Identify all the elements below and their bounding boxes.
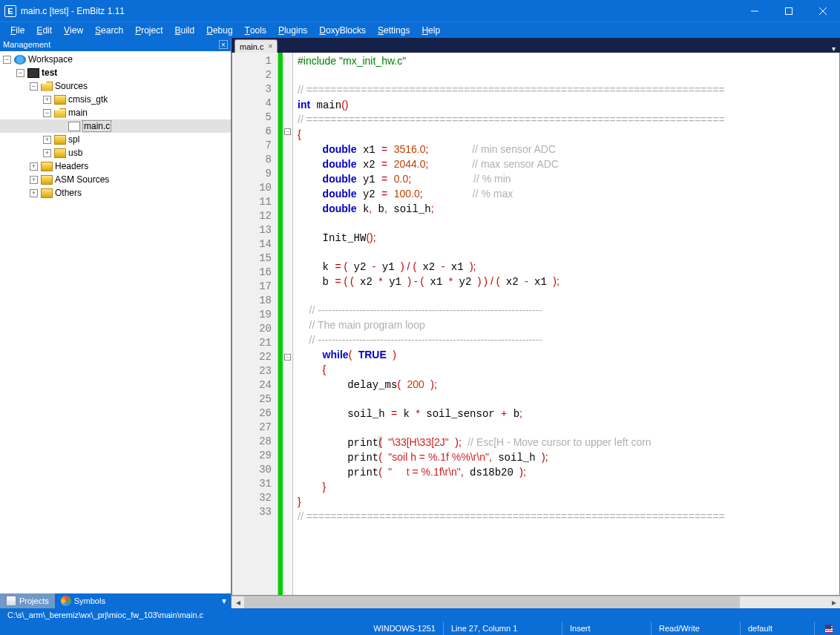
scroll-thumb[interactable] xyxy=(244,596,740,608)
status-filepath: C:\s\_arm\_beremiz\wx\_prj\mioc_fw_103\m… xyxy=(0,608,211,622)
menu-build[interactable]: Build xyxy=(169,22,201,38)
scroll-left-arrow-icon[interactable]: ◂ xyxy=(232,596,244,609)
sidebar-tab-projects[interactable]: Projects xyxy=(0,593,55,608)
tree-cmsis[interactable]: +cmsis_gtk xyxy=(0,93,231,106)
window-titlebar: E main.c [test] - EmBitz 1.11 xyxy=(0,0,840,22)
scroll-right-arrow-icon[interactable]: ▸ xyxy=(827,596,840,609)
management-pane: Management × −Workspace −test −Sources +… xyxy=(0,38,232,608)
fold-gutter[interactable]: −− xyxy=(283,53,293,595)
editor-tab-main-c[interactable]: main.c × xyxy=(234,39,278,53)
menu-plugins[interactable]: Plugins xyxy=(272,22,313,38)
scroll-track[interactable] xyxy=(244,596,827,608)
management-pane-title: Management × xyxy=(0,38,231,51)
editor-area: main.c × ▾ 1 2 3 4 5 6 7 8 9 10 11 12 13… xyxy=(232,38,840,608)
tree-asm[interactable]: +ASM Sources xyxy=(0,173,231,186)
menu-settings[interactable]: Settings xyxy=(372,22,416,38)
tree-spl[interactable]: +spl xyxy=(0,133,231,146)
management-close-icon[interactable]: × xyxy=(219,40,228,49)
flag-icon xyxy=(825,625,833,633)
status-position: Line 27, Column 1 xyxy=(444,622,562,635)
svg-rect-1 xyxy=(786,7,793,14)
menu-doxyblocks[interactable]: DoxyBlocks xyxy=(313,22,372,38)
menu-view[interactable]: View xyxy=(58,22,89,38)
management-title-label: Management xyxy=(3,40,50,49)
status-readwrite: Read/Write xyxy=(652,622,741,635)
sidebar-tabs-dropdown-icon[interactable]: ▾ xyxy=(217,596,231,606)
projects-icon xyxy=(6,596,16,606)
statusbar-path: C:\s\_arm\_beremiz\wx\_prj\mioc_fw_103\m… xyxy=(0,608,840,622)
code-text[interactable]: #include "mx_init_hw.c" // =============… xyxy=(293,53,839,595)
menu-debug[interactable]: Debug xyxy=(200,22,238,38)
tree-main-folder[interactable]: −main xyxy=(0,106,231,119)
code-editor[interactable]: 1 2 3 4 5 6 7 8 9 10 11 12 13 14 15 16 1… xyxy=(232,53,840,596)
editor-tab-close-icon[interactable]: × xyxy=(268,42,272,50)
sidebar-tabs: Projects Symbols ▾ xyxy=(0,593,231,608)
editor-tabs-dropdown-icon[interactable]: ▾ xyxy=(830,45,840,53)
status-language-flag[interactable] xyxy=(815,622,840,635)
editor-tab-label: main.c xyxy=(240,42,263,51)
statusbar-main: WINDOWS-1251 Line 27, Column 1 Insert Re… xyxy=(0,622,840,635)
tree-workspace[interactable]: −Workspace xyxy=(0,53,231,66)
tree-project[interactable]: −test xyxy=(0,66,231,79)
close-button[interactable] xyxy=(806,0,840,22)
tree-main-c[interactable]: main.c xyxy=(0,119,231,133)
minimize-button[interactable] xyxy=(738,0,772,22)
maximize-button[interactable] xyxy=(772,0,806,22)
editor-tabs-bar: main.c × ▾ xyxy=(232,38,840,53)
window-title: main.c [test] - EmBitz 1.11 xyxy=(21,6,738,16)
app-logo-icon: E xyxy=(4,5,16,17)
project-tree[interactable]: −Workspace −test −Sources +cmsis_gtk −ma… xyxy=(0,51,231,593)
status-mode: default xyxy=(741,622,815,635)
horizontal-scrollbar[interactable]: ◂ ▸ xyxy=(232,596,840,608)
menu-help[interactable]: Help xyxy=(416,22,446,38)
tree-usb[interactable]: +usb xyxy=(0,146,231,159)
menu-search[interactable]: Search xyxy=(89,22,129,38)
menu-project[interactable]: Project xyxy=(129,22,168,38)
line-number-gutter: 1 2 3 4 5 6 7 8 9 10 11 12 13 14 15 16 1… xyxy=(232,53,278,595)
menu-bar: FileEditViewSearchProjectBuildDebugTools… xyxy=(0,22,840,38)
sidebar-tab-symbols[interactable]: Symbols xyxy=(55,593,111,608)
menu-tools[interactable]: Tools xyxy=(239,22,272,38)
tree-others[interactable]: +Others xyxy=(0,186,231,200)
status-insert: Insert xyxy=(562,622,652,635)
symbols-icon xyxy=(61,596,71,606)
menu-edit[interactable]: Edit xyxy=(30,22,58,38)
tree-sources[interactable]: −Sources xyxy=(0,79,231,93)
menu-file[interactable]: File xyxy=(4,22,30,38)
tree-headers[interactable]: +Headers xyxy=(0,159,231,173)
status-encoding: WINDOWS-1251 xyxy=(366,622,444,635)
